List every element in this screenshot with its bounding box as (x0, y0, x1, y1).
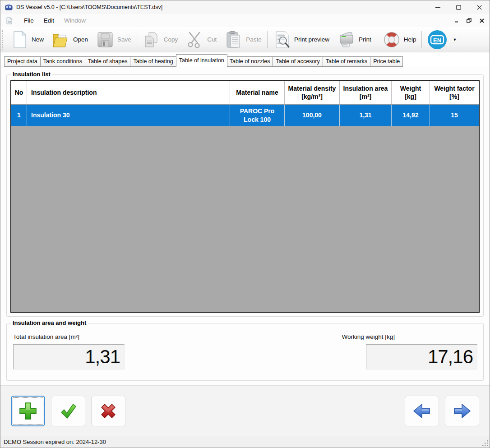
mdi-minimize-icon[interactable] (454, 18, 458, 23)
tab-table-of-insulation[interactable]: Table of insulation (176, 54, 227, 67)
print-button[interactable]: Print (333, 28, 375, 51)
print-preview-button[interactable]: Print preview (269, 28, 333, 51)
cell-density: 100,00 (285, 105, 340, 126)
insulation-list-group: Insulation list No Insulation descriptio… (6, 74, 484, 317)
document-icon (6, 17, 13, 24)
cross-icon (98, 401, 119, 421)
total-area-label: Total insulation area [m²] (13, 333, 79, 340)
tab-page-insulation: Insulation list No Insulation descriptio… (0, 67, 490, 385)
lifebuoy-icon (383, 31, 401, 49)
paste-button[interactable]: Paste (221, 28, 266, 51)
tab-table-of-nozzles[interactable]: Table of nozzles (227, 56, 273, 67)
col-header-insulation-area[interactable]: Insulation area [m²] (340, 81, 392, 104)
col-header-material-density[interactable]: Material density [kg/m³] (285, 81, 340, 104)
insulation-grid: No Insulation description Material name … (10, 80, 480, 313)
menu-bar: File Edit Window (0, 14, 490, 27)
summary-group: Insulation area and weight Total insulat… (6, 323, 484, 381)
grid-header-row: No Insulation description Material name … (11, 81, 479, 105)
ds-vessel-window: { "window": { "title": "DS Vessel v5.0 -… (0, 0, 490, 448)
status-text: DEMO Session expired on: 2024-12-30 (4, 439, 106, 445)
language-button[interactable]: EN ▼ (423, 28, 461, 51)
tab-tank-conditions[interactable]: Tank conditions (41, 56, 85, 67)
resize-grip[interactable] (482, 440, 489, 447)
col-header-material-name[interactable]: Material name (230, 81, 285, 104)
maximize-icon[interactable] (448, 0, 469, 14)
toolbar-separator (421, 31, 422, 48)
status-bar: DEMO Session expired on: 2024-12-30 (0, 436, 490, 448)
toolbar: New Open Save Copy (0, 27, 490, 52)
tab-project-data[interactable]: Project data (4, 56, 41, 67)
col-header-description[interactable]: Insulation description (27, 81, 230, 104)
toolbar-grip[interactable] (2, 30, 5, 50)
insulation-list-title: Insulation list (11, 71, 52, 78)
working-weight-label: Working weight [kg] (342, 333, 395, 340)
toolbar-separator (377, 31, 377, 48)
col-header-weight-factor[interactable]: Weight factor [%] (430, 81, 479, 104)
printer-icon (337, 31, 356, 49)
toolbar-separator (267, 31, 268, 48)
menu-file[interactable]: File (19, 15, 39, 26)
copy-icon (143, 31, 161, 49)
table-row[interactable]: 1 Insulation 30 PAROC Pro Lock 100 100,0… (11, 105, 479, 126)
delete-row-button[interactable] (91, 396, 125, 426)
language-dropdown-icon[interactable]: ▼ (453, 37, 457, 42)
menu-window[interactable]: Window (59, 15, 91, 26)
working-weight-value: 17,16 (366, 344, 477, 369)
cell-description: Insulation 30 (27, 105, 230, 126)
mdi-restore-icon[interactable] (467, 18, 472, 23)
tab-table-of-accesory[interactable]: Table of accesory (273, 56, 323, 67)
next-tab-button[interactable] (445, 396, 479, 426)
tab-table-of-remarks[interactable]: Table of remarks (323, 56, 370, 67)
grid-empty-area (11, 126, 479, 312)
tab-strip: Project data Tank conditions Table of sh… (0, 52, 490, 67)
save-floppy-icon (96, 31, 114, 49)
action-bar (0, 385, 490, 436)
arrow-right-icon (452, 401, 472, 421)
minimize-icon[interactable] (427, 0, 448, 14)
check-icon (58, 401, 79, 421)
tab-price-table[interactable]: Price table (370, 56, 403, 67)
new-button[interactable]: New (6, 28, 48, 51)
copy-button[interactable]: Copy (139, 28, 182, 51)
cell-factor: 15 (430, 105, 479, 126)
summary-group-title: Insulation area and weight (11, 320, 88, 326)
tab-table-of-heating[interactable]: Table of heating (130, 56, 176, 67)
paste-clipboard-icon (225, 31, 243, 49)
open-folder-icon (52, 31, 70, 49)
previous-tab-button[interactable] (405, 396, 439, 426)
print-preview-icon (273, 31, 291, 49)
arrow-left-icon (411, 401, 432, 421)
add-row-button[interactable] (11, 396, 45, 426)
cell-weight: 14,92 (392, 105, 430, 126)
open-button[interactable]: Open (48, 28, 92, 51)
language-en-icon: EN (427, 30, 447, 50)
svg-text:EN: EN (433, 37, 441, 44)
col-header-no[interactable]: No (11, 81, 27, 104)
help-button[interactable]: Help (379, 28, 421, 51)
plus-icon (18, 401, 38, 421)
menu-edit[interactable]: Edit (39, 15, 59, 26)
cell-no: 1 (11, 105, 27, 126)
window-title: DS Vessel v5.0 - [C:\Users\TOOMS\Documen… (16, 4, 162, 10)
new-document-icon (10, 31, 28, 49)
save-button[interactable]: Save (92, 28, 135, 51)
cut-button[interactable]: Cut (182, 28, 221, 51)
cell-area: 1,31 (340, 105, 392, 126)
col-header-weight[interactable]: Weight [kg] (392, 81, 430, 104)
mdi-close-icon[interactable] (480, 18, 484, 23)
cell-material: PAROC Pro Lock 100 (230, 105, 285, 126)
title-bar: DS Vessel v5.0 - [C:\Users\TOOMS\Documen… (0, 0, 490, 14)
close-icon[interactable] (469, 0, 490, 14)
tab-table-of-shapes[interactable]: Table of shapes (85, 56, 131, 67)
total-area-value: 1,31 (13, 344, 125, 369)
accept-button[interactable] (51, 396, 85, 426)
cut-scissors-icon (186, 31, 204, 49)
toolbar-separator (137, 31, 137, 48)
app-icon (5, 4, 13, 11)
